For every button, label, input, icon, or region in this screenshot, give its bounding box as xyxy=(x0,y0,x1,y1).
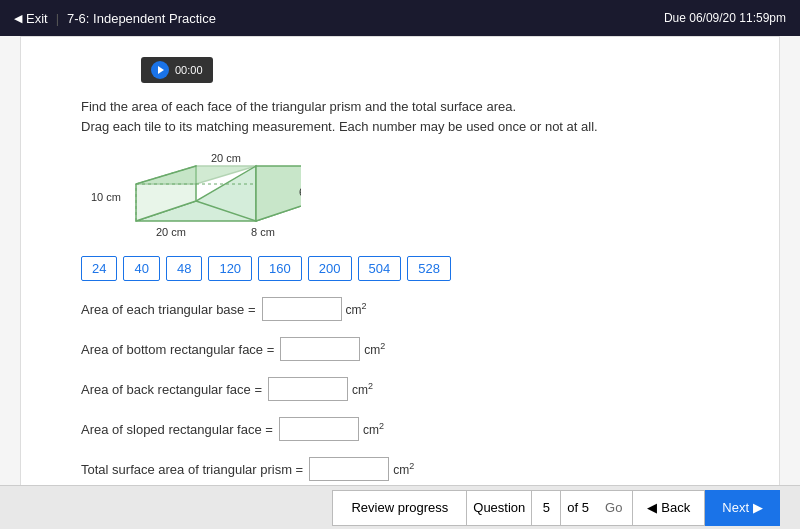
play-button[interactable] xyxy=(151,61,169,79)
q4-label: Area of sloped rectangular face = xyxy=(81,422,273,437)
exit-arrow-icon: ◀ xyxy=(14,12,22,25)
q3-label: Area of back rectangular face = xyxy=(81,382,262,397)
q1-label: Area of each triangular base = xyxy=(81,302,256,317)
svg-text:8 cm: 8 cm xyxy=(251,226,275,238)
prism-diagram: 10 cm 20 cm 6 cm 20 cm 8 cm xyxy=(81,146,301,241)
due-date: Due 06/09/20 11:59pm xyxy=(664,11,786,25)
tile-200[interactable]: 200 xyxy=(308,256,352,281)
video-time: 00:00 xyxy=(175,64,203,76)
tile-24[interactable]: 24 xyxy=(81,256,117,281)
diagram-area: 10 cm 20 cm 6 cm 20 cm 8 cm xyxy=(21,146,779,244)
problem-text: Find the area of each face of the triang… xyxy=(21,97,779,136)
svg-text:20 cm: 20 cm xyxy=(211,152,241,164)
q3-unit: cm2 xyxy=(352,381,373,397)
q4-input[interactable] xyxy=(279,417,359,441)
next-button[interactable]: Next ▶ xyxy=(705,490,780,526)
question-row-2: Area of bottom rectangular face = cm2 xyxy=(81,337,719,361)
question-number-input[interactable] xyxy=(531,491,561,525)
q1-unit: cm2 xyxy=(346,301,367,317)
question-row-3: Area of back rectangular face = cm2 xyxy=(81,377,719,401)
q4-unit: cm2 xyxy=(363,421,384,437)
exit-button[interactable]: ◀ Exit xyxy=(14,11,48,26)
svg-text:6 cm: 6 cm xyxy=(299,186,301,198)
question-label: Question xyxy=(467,500,531,515)
question-nav: Question of 5 Go xyxy=(467,490,633,526)
question-row-4: Area of sloped rectangular face = cm2 xyxy=(81,417,719,441)
content-area: 00:00 Find the area of each face of the … xyxy=(0,36,800,485)
back-button[interactable]: ◀ Back xyxy=(633,490,705,526)
tile-160[interactable]: 160 xyxy=(258,256,302,281)
review-progress-button[interactable]: Review progress xyxy=(332,490,467,526)
svg-text:10 cm: 10 cm xyxy=(91,191,121,203)
tile-504[interactable]: 504 xyxy=(358,256,402,281)
next-label: Next xyxy=(722,500,749,515)
top-bar: ◀ Exit | 7-6: Independent Practice Due 0… xyxy=(0,0,800,36)
question-row-5: Total surface area of triangular prism =… xyxy=(81,457,719,481)
q5-unit: cm2 xyxy=(393,461,414,477)
back-arrow-icon: ◀ xyxy=(647,500,657,515)
play-icon xyxy=(158,66,164,74)
q5-label: Total surface area of triangular prism = xyxy=(81,462,303,477)
question-row-1: Area of each triangular base = cm2 xyxy=(81,297,719,321)
exit-label: Exit xyxy=(26,11,48,26)
q1-input[interactable] xyxy=(262,297,342,321)
bottom-bar: Review progress Question of 5 Go ◀ Back … xyxy=(0,485,800,529)
tile-40[interactable]: 40 xyxy=(123,256,159,281)
tile-48[interactable]: 48 xyxy=(166,256,202,281)
svg-marker-3 xyxy=(256,166,301,221)
lesson-title: 7-6: Independent Practice xyxy=(67,11,216,26)
tile-120[interactable]: 120 xyxy=(208,256,252,281)
q3-input[interactable] xyxy=(268,377,348,401)
content-wrapper: 00:00 Find the area of each face of the … xyxy=(20,36,780,485)
of-label: of 5 xyxy=(561,500,595,515)
tile-528[interactable]: 528 xyxy=(407,256,451,281)
question-rows: Area of each triangular base = cm2 Area … xyxy=(21,297,779,481)
q2-unit: cm2 xyxy=(364,341,385,357)
svg-text:20 cm: 20 cm xyxy=(156,226,186,238)
go-button[interactable]: Go xyxy=(595,491,632,525)
next-arrow-icon: ▶ xyxy=(753,500,763,515)
tiles-container: 24 40 48 120 160 200 504 528 xyxy=(21,256,779,281)
problem-line1: Find the area of each face of the triang… xyxy=(81,97,719,117)
q2-label: Area of bottom rectangular face = xyxy=(81,342,274,357)
q5-input[interactable] xyxy=(309,457,389,481)
video-player[interactable]: 00:00 xyxy=(141,57,213,83)
back-label: Back xyxy=(661,500,690,515)
q2-input[interactable] xyxy=(280,337,360,361)
problem-line2: Drag each tile to its matching measureme… xyxy=(81,117,719,137)
